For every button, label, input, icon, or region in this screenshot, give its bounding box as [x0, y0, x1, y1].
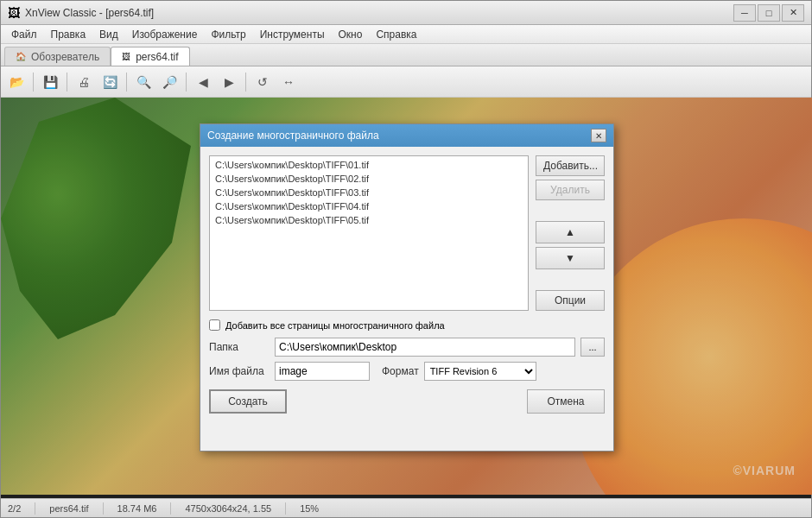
menu-help[interactable]: Справка — [369, 27, 423, 42]
dialog-title: Создание многостраничного файла — [207, 130, 591, 142]
toolbar-save-btn[interactable]: 💾 — [38, 70, 62, 94]
folder-label: Папка — [209, 341, 270, 353]
toolbar: 📂 💾 🖨 🔄 🔍 🔎 ◀ ▶ ↺ ↔ — [1, 66, 811, 98]
status-sep-3 — [170, 502, 171, 515]
move-up-button[interactable]: ▲ — [536, 221, 605, 243]
dialog-overlay: Создание многостраничного файла ✕ C:\Use… — [1, 98, 812, 495]
toolbar-sep-1 — [33, 73, 34, 92]
action-buttons: Создать Отмена — [209, 389, 605, 414]
filename-input[interactable] — [275, 362, 370, 381]
toolbar-sep-5 — [245, 73, 246, 92]
toolbar-sep-3 — [126, 73, 127, 92]
filename-label: Имя файла — [209, 365, 270, 377]
title-bar-text: XnView Classic - [pers64.tif] — [25, 7, 733, 19]
title-bar-buttons: ─ □ ✕ — [733, 4, 804, 22]
file-list-buttons: Добавить... Удалить ▲ ▼ Опции — [536, 155, 605, 311]
toolbar-print-btn[interactable]: 🖨 — [72, 70, 96, 94]
folder-row: Папка ... — [209, 338, 605, 357]
list-item[interactable]: C:\Users\компик\Desktop\TIFF\02.tif — [212, 172, 526, 186]
toolbar-next-btn[interactable]: ▶ — [217, 70, 241, 94]
toolbar-open-btn[interactable]: 📂 — [4, 70, 29, 94]
list-item[interactable]: C:\Users\компик\Desktop\TIFF\03.tif — [212, 186, 526, 199]
title-bar: 🖼 XnView Classic - [pers64.tif] ─ □ ✕ — [1, 1, 811, 25]
options-button[interactable]: Опции — [536, 290, 605, 311]
cancel-button[interactable]: Отмена — [527, 389, 605, 414]
browse-button[interactable]: ... — [580, 338, 605, 357]
browser-tab-icon: 🏠 — [16, 52, 26, 61]
multipage-dialog: Создание многостраничного файла ✕ C:\Use… — [200, 123, 614, 452]
status-page: 2/2 — [8, 503, 21, 514]
format-select[interactable]: TIFF Revision 6 — [424, 362, 536, 381]
menu-view[interactable]: Вид — [92, 27, 125, 42]
toolbar-sep-4 — [186, 73, 187, 92]
dialog-body: C:\Users\компик\Desktop\TIFF\01.tif C:\U… — [200, 147, 613, 422]
menu-tools[interactable]: Инструменты — [253, 27, 332, 42]
app-window: 🖼 XnView Classic - [pers64.tif] ─ □ ✕ Фа… — [0, 0, 812, 518]
menu-window[interactable]: Окно — [332, 27, 370, 42]
close-button[interactable]: ✕ — [782, 4, 804, 22]
checkbox-row: Добавить все страницы многостраничного ф… — [209, 319, 605, 331]
format-label: Формат — [382, 365, 419, 377]
status-zoom: 15% — [300, 503, 319, 514]
minimize-button[interactable]: ─ — [733, 4, 756, 22]
toolbar-zoomout-btn[interactable]: 🔎 — [157, 70, 181, 94]
status-filesize: 18.74 М6 — [117, 503, 157, 514]
status-sep-1 — [35, 502, 35, 515]
app-icon: 🖼 — [8, 6, 20, 20]
status-dimensions: 4750x3064x24, 1.55 — [185, 503, 271, 514]
menu-file[interactable]: Файл — [4, 27, 44, 42]
image-tab-label: pers64.tif — [136, 51, 178, 63]
list-item[interactable]: C:\Users\компик\Desktop\TIFF\04.tif — [212, 199, 526, 213]
file-list-container: C:\Users\компик\Desktop\TIFF\01.tif C:\U… — [209, 155, 605, 311]
toolbar-zoomin-btn[interactable]: 🔍 — [131, 70, 155, 94]
restore-button[interactable]: □ — [758, 4, 780, 22]
multipage-checkbox[interactable] — [209, 319, 220, 331]
folder-input[interactable] — [275, 338, 575, 357]
content-area: ©VIARUM Создание многостраничного файла … — [1, 98, 812, 495]
toolbar-prev-btn[interactable]: ◀ — [191, 70, 215, 94]
toolbar-rotate-btn[interactable]: ↺ — [251, 70, 275, 94]
tab-bar: 🏠 Обозреватель 🖼 pers64.tif — [1, 44, 811, 66]
list-item[interactable]: C:\Users\компик\Desktop\TIFF\05.tif — [212, 213, 526, 227]
delete-button[interactable]: Удалить — [536, 180, 605, 200]
browser-tab-label: Обозреватель — [31, 51, 99, 63]
status-filename: pers64.tif — [49, 503, 88, 514]
status-sep-4 — [285, 502, 286, 515]
menu-edit[interactable]: Правка — [44, 27, 93, 42]
toolbar-flip-btn[interactable]: ↔ — [276, 70, 301, 94]
menu-image[interactable]: Изображение — [125, 27, 205, 42]
menu-bar: Файл Правка Вид Изображение Фильтр Инстр… — [1, 25, 811, 44]
create-button[interactable]: Создать — [209, 389, 287, 414]
toolbar-sep-2 — [67, 73, 67, 92]
status-sep-2 — [103, 502, 104, 515]
filename-format-row: Имя файла Формат TIFF Revision 6 — [209, 362, 605, 381]
list-item[interactable]: C:\Users\компик\Desktop\TIFF\01.tif — [212, 158, 526, 172]
tab-image[interactable]: 🖼 pers64.tif — [111, 47, 189, 66]
add-button[interactable]: Добавить... — [536, 155, 605, 176]
dialog-title-bar: Создание многостраничного файла ✕ — [200, 124, 613, 147]
status-bar: 2/2 pers64.tif 18.74 М6 4750x3064x24, 1.… — [1, 498, 811, 517]
toolbar-refresh-btn[interactable]: 🔄 — [98, 70, 122, 94]
move-down-button[interactable]: ▼ — [536, 247, 605, 269]
tab-browser[interactable]: 🏠 Обозреватель — [4, 47, 111, 66]
multipage-checkbox-label: Добавить все страницы многостраничного ф… — [225, 320, 445, 331]
image-tab-icon: 🖼 — [122, 52, 130, 61]
dialog-close-button[interactable]: ✕ — [591, 129, 606, 142]
menu-filter[interactable]: Фильтр — [204, 27, 252, 42]
file-list[interactable]: C:\Users\компик\Desktop\TIFF\01.tif C:\U… — [209, 155, 529, 311]
